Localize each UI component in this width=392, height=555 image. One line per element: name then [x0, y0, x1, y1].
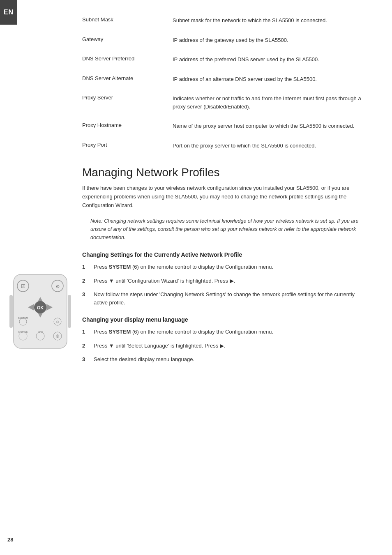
settings-row: DNS Server PreferredIP address of the pr… — [82, 55, 367, 64]
settings-row: Subnet MaskSubnet mask for the network t… — [82, 16, 367, 25]
settings-row: GatewayIP address of the gateway used by… — [82, 36, 367, 44]
changing-active-steps: 1Press SYSTEM (6) on the remote control … — [82, 263, 367, 306]
svg-rect-22 — [68, 295, 71, 328]
settings-term: Proxy Port — [82, 142, 173, 148]
settings-description: Subnet mask for the network to which the… — [173, 16, 367, 25]
svg-rect-21 — [9, 295, 13, 328]
step-number: 1 — [82, 328, 94, 336]
svg-text:OK: OK — [37, 305, 44, 310]
step-item: 3Select the desired display menu languag… — [82, 355, 367, 364]
step-item: 2Press ▼ until 'Configuration Wizard' is… — [82, 277, 367, 285]
remote-svg: ☑ ⊙ OK SYSTEM ⚙ SHUFFLE INFO ⊕ — [7, 270, 73, 352]
settings-description: IP address of the gateway used by the SL… — [173, 36, 367, 44]
settings-description: Indicates whether or not traffic to and … — [173, 94, 367, 111]
settings-row: DNS Server AlternateIP address of an alt… — [82, 75, 367, 83]
step-text: Press ▼ until 'Configuration Wizard' is … — [94, 277, 367, 285]
settings-term: Proxy Server — [82, 94, 173, 101]
step-item: 2Press ▼ until 'Select Language' is high… — [82, 342, 367, 350]
svg-text:☑: ☑ — [21, 283, 25, 289]
changing-language-heading: Changing your display menu language — [82, 316, 367, 323]
step-item: 1Press SYSTEM (6) on the remote control … — [82, 328, 367, 336]
changing-language-section: Changing your display menu language 1Pre… — [82, 316, 367, 364]
step-number: 2 — [82, 342, 94, 350]
settings-description: Port on the proxy server to which the SL… — [173, 142, 367, 150]
settings-description: IP address of the preferred DNS server u… — [173, 55, 367, 64]
svg-text:⊙: ⊙ — [56, 284, 60, 289]
step-item: 1Press SYSTEM (6) on the remote control … — [82, 263, 367, 271]
svg-text:⊕: ⊕ — [55, 333, 60, 339]
step-text: Press ▼ until 'Select Language' is highl… — [94, 342, 367, 350]
settings-description: Name of the proxy server host computer t… — [173, 122, 367, 130]
settings-term: DNS Server Preferred — [82, 55, 173, 62]
step-number: 2 — [82, 277, 94, 285]
settings-term: Proxy Hostname — [82, 122, 173, 128]
changing-active-section: Changing Settings for the Currently Acti… — [82, 251, 367, 306]
settings-term: Subnet Mask — [82, 16, 173, 23]
step-text: Press SYSTEM (6) on the remote control t… — [94, 263, 367, 271]
svg-text:⚙: ⚙ — [56, 320, 59, 324]
step-number: 3 — [82, 290, 94, 299]
settings-row: Proxy PortPort on the proxy server to wh… — [82, 142, 367, 150]
step-text: Press SYSTEM (6) on the remote control t… — [94, 328, 367, 336]
settings-row: Proxy HostnameName of the proxy server h… — [82, 122, 367, 130]
managing-intro: If there have been changes to your wirel… — [82, 184, 367, 210]
note-block: Note: Changing network settings requires… — [90, 217, 367, 242]
changing-language-steps: 1Press SYSTEM (6) on the remote control … — [82, 328, 367, 364]
managing-network-profiles-heading: Managing Network Profiles — [82, 166, 367, 179]
settings-table: Subnet MaskSubnet mask for the network t… — [82, 16, 367, 150]
settings-term: DNS Server Alternate — [82, 75, 173, 81]
settings-row: Proxy ServerIndicates whether or not tra… — [82, 94, 367, 111]
step-number: 3 — [82, 355, 94, 364]
page-number: 28 — [7, 537, 13, 543]
step-item: 3Now follow the steps under 'Changing Ne… — [82, 290, 367, 306]
step-text: Now follow the steps under 'Changing Net… — [94, 290, 367, 306]
main-content: Subnet MaskSubnet mask for the network t… — [82, 0, 392, 398]
en-tab: EN — [0, 0, 17, 25]
step-number: 1 — [82, 263, 94, 271]
step-text: Select the desired display menu language… — [94, 355, 367, 364]
settings-term: Gateway — [82, 36, 173, 42]
en-tab-label: EN — [4, 9, 14, 16]
remote-control-image: ☑ ⊙ OK SYSTEM ⚙ SHUFFLE INFO ⊕ — [7, 270, 79, 354]
changing-active-heading: Changing Settings for the Currently Acti… — [82, 251, 367, 258]
settings-description: IP address of an alternate DNS server us… — [173, 75, 367, 83]
